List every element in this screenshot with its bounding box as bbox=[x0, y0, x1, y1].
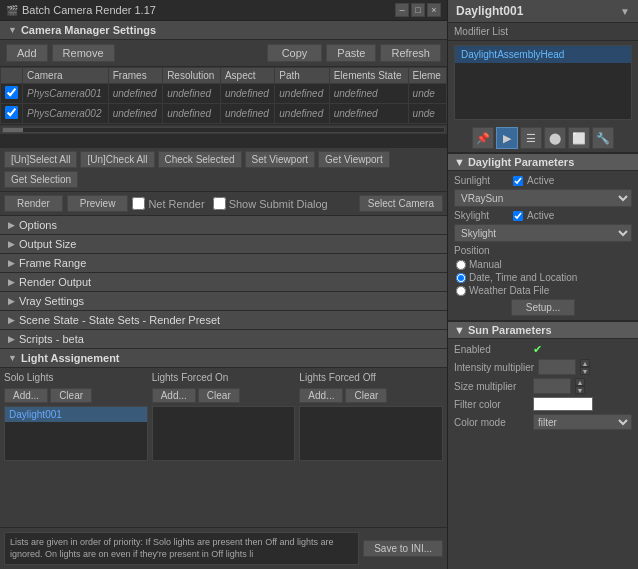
set-viewport-button[interactable]: Set Viewport bbox=[245, 151, 316, 168]
check-selected-button[interactable]: Check Selected bbox=[158, 151, 242, 168]
show-submit-checkbox[interactable] bbox=[213, 197, 226, 210]
sunlight-active-checkbox[interactable] bbox=[513, 176, 523, 186]
row2-elements: undefined bbox=[329, 104, 408, 124]
get-viewport-button[interactable]: Get Viewport bbox=[318, 151, 390, 168]
net-render-checkbox[interactable] bbox=[132, 197, 145, 210]
row2-path: undefined bbox=[275, 104, 329, 124]
render-output-section[interactable]: ▶ Render Output bbox=[0, 273, 447, 292]
modifier-list: DaylightAssemblyHead bbox=[454, 45, 632, 120]
unselect-all-button[interactable]: [Un]Select All bbox=[4, 151, 77, 168]
utility-icon[interactable]: 🔧 bbox=[592, 127, 614, 149]
camera-manager-header: ▼ Camera Manager Settings bbox=[0, 21, 447, 40]
options-section[interactable]: ▶ Options bbox=[0, 216, 447, 235]
refresh-button[interactable]: Refresh bbox=[380, 44, 441, 62]
uncheck-all-button[interactable]: [Un]Check All bbox=[80, 151, 154, 168]
output-label: Output Size bbox=[19, 238, 76, 250]
color-mode-select[interactable]: filter bbox=[533, 414, 632, 430]
forced-off-clear-button[interactable]: Clear bbox=[345, 388, 387, 403]
motion-icon[interactable]: ⬤ bbox=[544, 127, 566, 149]
size-up[interactable]: ▲ bbox=[575, 378, 585, 386]
skylight-active-checkbox[interactable] bbox=[513, 211, 523, 221]
h-scrollbar[interactable] bbox=[0, 124, 447, 134]
manual-label: Manual bbox=[469, 259, 502, 270]
row2-frames: undefined bbox=[108, 104, 162, 124]
paste-button[interactable]: Paste bbox=[326, 44, 376, 62]
output-size-section[interactable]: ▶ Output Size bbox=[0, 235, 447, 254]
title-bar: 🎬 Batch Camera Render 1.17 – □ × bbox=[0, 0, 447, 21]
daylight-params-section: Sunlight Active VRaySun Skylight Active … bbox=[448, 171, 638, 321]
options-label: Options bbox=[19, 219, 57, 231]
app-icon: 🎬 bbox=[6, 5, 18, 16]
hierarchy-icon[interactable]: ☰ bbox=[520, 127, 542, 149]
daylight-title: Daylight001 bbox=[456, 4, 523, 18]
list-item[interactable]: Daylight001 bbox=[5, 407, 147, 422]
skylight-label: Skylight bbox=[454, 210, 509, 221]
camera-toolbar: Add Remove Copy Paste Refresh bbox=[0, 40, 447, 67]
row2-resolution: undefined bbox=[163, 104, 221, 124]
daylight-params-header: ▼ Daylight Parameters bbox=[448, 153, 638, 171]
row2-checkbox[interactable] bbox=[5, 106, 18, 119]
frame-label: Frame Range bbox=[19, 257, 86, 269]
intensity-down[interactable]: ▼ bbox=[580, 367, 590, 375]
copy-button[interactable]: Copy bbox=[267, 44, 323, 62]
display-icon[interactable]: ⬜ bbox=[568, 127, 590, 149]
scripts-section[interactable]: ▶ Scripts - beta bbox=[0, 330, 447, 349]
row2-camera: PhysCamera002 bbox=[23, 104, 109, 124]
camera-manager-title: Camera Manager Settings bbox=[21, 24, 156, 36]
enabled-label: Enabled bbox=[454, 344, 529, 355]
preview-button[interactable]: Preview bbox=[67, 195, 129, 212]
light-assignment-title: Light Assignement bbox=[21, 352, 120, 364]
minimize-button[interactable]: – bbox=[395, 3, 409, 17]
size-down[interactable]: ▼ bbox=[575, 386, 585, 394]
render-button[interactable]: Render bbox=[4, 195, 63, 212]
filter-color-swatch[interactable] bbox=[533, 397, 593, 411]
forced-on-clear-button[interactable]: Clear bbox=[198, 388, 240, 403]
add-button[interactable]: Add bbox=[6, 44, 48, 62]
vray-section[interactable]: ▶ Vray Settings bbox=[0, 292, 447, 311]
intensity-input[interactable]: 1.0 bbox=[538, 359, 576, 375]
lights-forced-on-label: Lights Forced On bbox=[152, 372, 296, 383]
size-input[interactable]: 1.0 bbox=[533, 378, 571, 394]
modifier-list-label: Modifier List bbox=[448, 23, 638, 41]
manual-radio[interactable] bbox=[456, 260, 466, 270]
col-extra: Eleme bbox=[408, 68, 446, 84]
solo-lights-list: Daylight001 bbox=[4, 406, 148, 461]
weather-radio[interactable] bbox=[456, 286, 466, 296]
pin-icon[interactable]: 📌 bbox=[472, 127, 494, 149]
setup-button[interactable]: Setup... bbox=[511, 299, 575, 316]
select-camera-button[interactable]: Select Camera bbox=[359, 195, 443, 212]
scripts-label: Scripts - beta bbox=[19, 333, 84, 345]
get-selection-button[interactable]: Get Selection bbox=[4, 171, 78, 188]
frame-range-section[interactable]: ▶ Frame Range bbox=[0, 254, 447, 273]
modifier-item[interactable]: DaylightAssemblyHead bbox=[455, 46, 631, 64]
col-camera: Camera bbox=[23, 68, 109, 84]
table-row[interactable]: PhysCamera002 undefined undefined undefi… bbox=[1, 104, 447, 124]
close-button[interactable]: × bbox=[427, 3, 441, 17]
row1-checkbox[interactable] bbox=[5, 86, 18, 99]
sun-params-arrow: ▼ bbox=[454, 324, 465, 336]
forced-on-add-button[interactable]: Add... bbox=[152, 388, 196, 403]
sun-params-header: ▼ Sun Parameters bbox=[448, 321, 638, 339]
solo-lights-label: Solo Lights bbox=[4, 372, 148, 383]
solo-add-button[interactable]: Add... bbox=[4, 388, 48, 403]
app-title: Batch Camera Render 1.17 bbox=[22, 4, 156, 16]
skylight-select[interactable]: Skylight bbox=[454, 224, 632, 242]
scene-state-section[interactable]: ▶ Scene State - State Sets - Render Pres… bbox=[0, 311, 447, 330]
solo-clear-button[interactable]: Clear bbox=[50, 388, 92, 403]
vray-arrow: ▶ bbox=[8, 296, 15, 306]
table-row[interactable]: PhysCamera001 undefined undefined undefi… bbox=[1, 84, 447, 104]
forced-off-add-button[interactable]: Add... bbox=[299, 388, 343, 403]
right-icons-row: 📌 ▶ ☰ ⬤ ⬜ 🔧 bbox=[448, 124, 638, 153]
remove-button[interactable]: Remove bbox=[52, 44, 115, 62]
save-ini-button[interactable]: Save to INI... bbox=[363, 540, 443, 557]
modify-icon[interactable]: ▶ bbox=[496, 127, 518, 149]
maximize-button[interactable]: □ bbox=[411, 3, 425, 17]
light-arrow: ▼ bbox=[8, 353, 17, 363]
position-label: Position bbox=[454, 245, 509, 256]
scene-state-arrow: ▶ bbox=[8, 315, 15, 325]
date-time-radio[interactable] bbox=[456, 273, 466, 283]
net-render-label: Net Render bbox=[148, 198, 204, 210]
bottom-info-bar: Lists are given in order of priority: If… bbox=[0, 527, 447, 569]
vray-sun-select[interactable]: VRaySun bbox=[454, 189, 632, 207]
intensity-up[interactable]: ▲ bbox=[580, 359, 590, 367]
